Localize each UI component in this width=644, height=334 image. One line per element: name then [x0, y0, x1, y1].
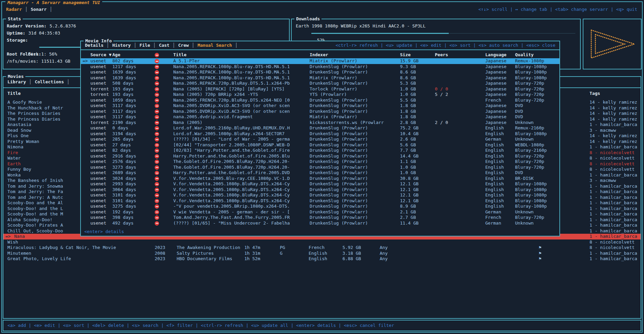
search-result-row[interactable]: usenet 3117 days Nana.2005.DVDRip.XviD.A… [81, 109, 559, 114]
servarr-tabs: RadarrSonarr [5, 7, 55, 12]
search-result-row[interactable]: usenet 3101 days V.for.Vendetta.2005.108… [81, 192, 559, 198]
search-result-row[interactable]: usenet 3064 days V.for.Vendetta.2005.108… [81, 187, 559, 193]
movie-info-tab[interactable]: Crew [178, 43, 190, 48]
rejected-cell [155, 131, 159, 137]
release-title: Nana (2005) [173, 120, 202, 126]
movie-title: Tom and Jerry: Snowma [7, 184, 63, 189]
column-header-source[interactable]: Source ▼ [90, 52, 112, 58]
release-language: German [485, 137, 501, 142]
release-language: Japanese [485, 69, 507, 75]
search-result-row[interactable]: torrent 193 days Nana (2005) 720p BRRip … [81, 92, 559, 98]
search-result-row[interactable]: usenet 3273 days The.Goblet.Of.Fire.2005… [81, 165, 559, 170]
search-result-row[interactable]: usenet 2689 days Harry.Potter.and.the.Go… [81, 170, 559, 176]
rejected-icon [155, 199, 159, 203]
search-result-row[interactable]: => usenet 802 days A 5.1-PTer Miatrix (P… [81, 58, 559, 64]
search-result-row[interactable]: torrent 2190 days Nana (2005) kickasstor… [81, 120, 559, 126]
movie-info-modal: Movie Info DetailsHistoryFileCastCrewMan… [80, 41, 560, 236]
download-item-title: Earth 1998 1080p WEBRip x265 Hindi AAC2.… [296, 23, 577, 30]
column-header-release-title[interactable]: Title [173, 52, 186, 58]
movie-info-tab[interactable]: Cast [158, 43, 170, 48]
search-result-row[interactable]: usenet 2993 days V.for.Vendetta.2005.108… [81, 181, 559, 187]
column-header-age[interactable]: Age [112, 52, 120, 58]
release-indexer: DrunkenSlug (Prowlarr) [310, 176, 368, 182]
search-result-row[interactable]: usenet 285 days (????) [01/34] - "Lord o… [81, 137, 559, 142]
stats-panel-title: Stats [6, 16, 23, 22]
movies-tab[interactable]: Library [7, 79, 27, 84]
release-quality: Bluray-1080p [515, 64, 547, 70]
search-result-row[interactable]: usenet 2576 days The.Goblet.Of.Fire.2005… [81, 159, 559, 165]
release-title: Harry.Potter.and.the.Goblet.of.Fire.2005… [173, 170, 290, 176]
column-header-quality[interactable]: Quality [515, 52, 534, 58]
release-title: Nana.2005.DVDRip.XviD.AC3-SVO (or other … [173, 109, 290, 114]
movie-tags: 1 - hamilcar_barca [590, 211, 637, 217]
search-result-row[interactable]: usenet 508 days Nana.2005.REPACK.720p.Bl… [81, 81, 559, 86]
release-size: 8.9 GB [400, 204, 416, 209]
movies-tab[interactable]: Collections [34, 79, 65, 84]
servarr-tab[interactable]: Sonarr [30, 7, 47, 12]
release-language: English [485, 148, 504, 153]
release-language: Japanese [485, 114, 507, 120]
search-result-row[interactable]: usenet 1217 days Nana.2005.REPACK.1080p.… [81, 64, 559, 70]
search-result-row[interactable]: usenet 192 days V wie Vendetta - 2005 - … [81, 209, 559, 215]
movie-info-tab[interactable]: History [112, 43, 132, 48]
search-result-row[interactable]: usenet 82 days [02/83] "Harry.Potter.and… [81, 148, 559, 153]
servarr-tab[interactable]: Radarr [5, 7, 23, 12]
release-indexer: Miatrix (Prowlarr) [310, 58, 357, 64]
release-language: German [485, 209, 501, 215]
search-result-row[interactable]: usenet 3117 days Nana.2005.DVDRip.XviD.A… [81, 103, 559, 109]
movie-size: 5.92 GB [342, 245, 361, 251]
search-result-row[interactable]: usenet 27 days [02/44] "Transporter 2.20… [81, 142, 559, 148]
release-title: Nana (2005) 720p BRRip x264 -YTS [173, 92, 258, 98]
release-age: 1217 days [112, 64, 136, 70]
search-result-row[interactable]: usenet 3101 days V.for.Vendetta.2005.108… [81, 198, 559, 204]
movie-info-tab[interactable]: File [139, 43, 151, 48]
release-source: usenet [90, 81, 106, 86]
search-result-row[interactable]: usenet 398 days Tom.And.Jerry.The.Fast.A… [81, 215, 559, 221]
movie-row[interactable]: Wish 8 - nicolecolvett [3, 239, 641, 245]
movie-info-tab[interactable]: Manual Search [197, 43, 233, 48]
search-result-row[interactable]: usenet 3117 days nana.2005.dvdrip.xvid.f… [81, 114, 559, 120]
movie-tags: 1 - hamilcar_barca [590, 189, 637, 195]
release-source: usenet [90, 69, 106, 75]
search-result-row[interactable]: usenet 0 days Lord.of.War.2005.2160p.Blu… [81, 125, 559, 131]
search-result-row[interactable]: torrent 193 days Nana (2005) [REPACK] [7… [81, 86, 559, 92]
modal-tabs-divider [81, 49, 559, 50]
release-peers: 2 / 0 [435, 120, 448, 126]
release-title: Harry.Potter.and.the.Goblet.of.Fire.2005… [173, 153, 290, 159]
movie-rating: PG [280, 245, 285, 251]
movie-tags: 14 - kelly ramirez [590, 133, 637, 139]
release-source: usenet [90, 176, 106, 182]
release-age: 2993 days [112, 181, 136, 187]
search-result-row[interactable]: usenet 1639 days Nana.2005.REPACK.1080p.… [81, 75, 559, 81]
search-result-row[interactable]: usenet 1059 days Nana.2005.FRENCH.720p.B… [81, 98, 559, 103]
search-result-row[interactable]: usenet 3024 days V.for.Vendetta.2005.Blu… [81, 176, 559, 182]
column-header-language[interactable]: Language [485, 52, 507, 58]
movie-row[interactable]: Miraculous: Ladybug & Cat Noir, The Movi… [3, 245, 641, 251]
column-header-indexer[interactable]: Indexer [310, 52, 328, 58]
release-title: (????) [01/65] - "Miss Undercover 2- Fab… [173, 221, 290, 226]
search-result-row[interactable]: usenet 3194 days Lord.of.War.2005.1080p.… [81, 131, 559, 137]
movie-row[interactable]: Great Photo, Lovely Life 2023 HBO Docume… [3, 256, 641, 262]
movie-row[interactable]: Minutemen 2008 Salty Pictures 1h 31m G E… [3, 251, 641, 256]
release-source: usenet [90, 148, 106, 153]
movie-title: The Princess Diaries [7, 117, 61, 122]
search-result-row[interactable]: usenet 3275 days -"V pour vendetta.2005.… [81, 204, 559, 209]
search-result-row[interactable]: usenet 1639 days Nana.2005.REPACK.1080p.… [81, 69, 559, 75]
search-result-row[interactable]: usenet 2916 days Harry.Potter.and.the.Go… [81, 153, 559, 159]
rejected-icon [155, 65, 159, 69]
search-result-row[interactable]: usenet 492 days (????) [01/65] - "Miss U… [81, 221, 559, 226]
movie-info-tab[interactable]: Details [84, 43, 104, 48]
column-header-size[interactable]: Size [400, 52, 410, 58]
release-indexer: DrunkenSlug (Prowlarr) [310, 103, 368, 109]
release-language: French [485, 215, 501, 221]
column-header-peers[interactable]: Peers [435, 52, 448, 58]
movie-studio: HBO Documentary Films [177, 256, 232, 262]
rejected-cell [155, 114, 159, 120]
rejected-cell [155, 142, 159, 148]
release-indexer: kickasstorrents.ws (Prowlarr [310, 120, 384, 126]
release-size: 1.0 GB [400, 170, 416, 176]
release-size: 10.4 GB [400, 131, 419, 137]
release-size: 1.8 GB [400, 103, 416, 109]
movie-tags: 1 - hamilcar_barca [590, 251, 637, 256]
movie-tags: 8 - nicolecolvett [590, 239, 635, 245]
